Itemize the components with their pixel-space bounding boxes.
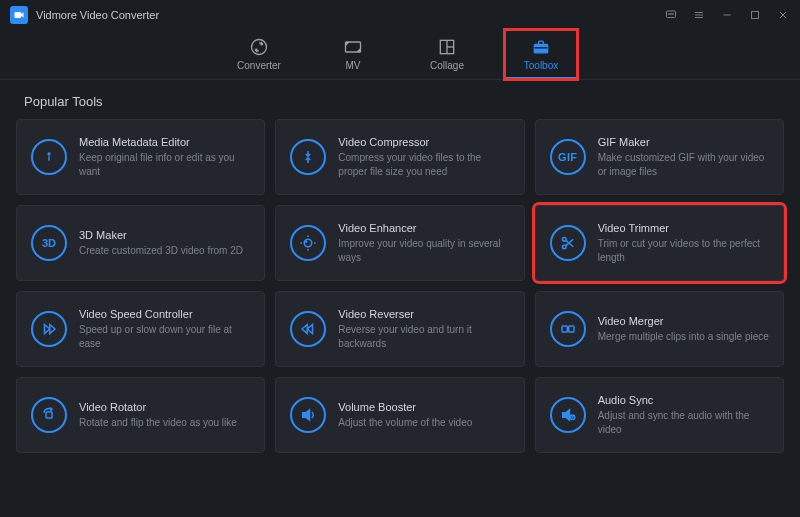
svg-point-12 — [252, 39, 267, 54]
volume-icon — [290, 397, 326, 433]
tool-desc: Make customized GIF with your video or i… — [598, 151, 769, 178]
tool-desc: Keep original file info or edit as you w… — [79, 151, 250, 178]
tool-3d-maker[interactable]: 3D 3D Maker Create customized 3D video f… — [16, 205, 265, 281]
collage-icon — [437, 37, 457, 57]
tool-media-metadata-editor[interactable]: Media Metadata Editor Keep original file… — [16, 119, 265, 195]
svg-rect-28 — [568, 326, 573, 332]
maximize-icon[interactable] — [748, 8, 762, 22]
app-title: Vidmore Video Converter — [36, 9, 159, 21]
tool-gif-maker[interactable]: GIF GIF Maker Make customized GIF with y… — [535, 119, 784, 195]
svg-point-22 — [305, 241, 307, 243]
tool-video-speed-controller[interactable]: Video Speed Controller Speed up or slow … — [16, 291, 265, 367]
merge-icon — [550, 311, 586, 347]
logo-icon — [13, 9, 25, 21]
tab-label: Toolbox — [524, 60, 558, 71]
compress-icon — [290, 139, 326, 175]
tool-video-rotator[interactable]: Video Rotator Rotate and flip the video … — [16, 377, 265, 453]
svg-point-4 — [673, 14, 674, 15]
tool-desc: Reverse your video and turn it backwards — [338, 323, 509, 350]
feedback-icon[interactable] — [664, 8, 678, 22]
tool-video-merger[interactable]: Video Merger Merge multiple clips into a… — [535, 291, 784, 367]
svg-point-23 — [562, 237, 566, 241]
tool-title: Video Enhancer — [338, 222, 509, 234]
tool-title: GIF Maker — [598, 136, 769, 148]
tool-title: Video Speed Controller — [79, 308, 250, 320]
tool-title: Video Merger — [598, 315, 769, 327]
tool-volume-booster[interactable]: Volume Booster Adjust the volume of the … — [275, 377, 524, 453]
svg-point-3 — [671, 14, 672, 15]
enhance-icon — [290, 225, 326, 261]
info-icon — [31, 139, 67, 175]
tool-video-reverser[interactable]: Video Reverser Reverse your video and tu… — [275, 291, 524, 367]
converter-icon — [249, 37, 269, 57]
window-controls — [664, 8, 790, 22]
tool-title: 3D Maker — [79, 229, 243, 241]
main-tabs: Converter MV Collage Toolbox — [0, 30, 800, 80]
tab-label: Converter — [237, 60, 281, 71]
tab-label: Collage — [430, 60, 464, 71]
tab-toolbox[interactable]: Toolbox — [505, 30, 577, 79]
tool-desc: Merge multiple clips into a single piece — [598, 330, 769, 344]
app-logo — [10, 6, 28, 24]
gif-icon: GIF — [550, 139, 586, 175]
tool-audio-sync[interactable]: Audio Sync Adjust and sync the audio wit… — [535, 377, 784, 453]
tool-title: Media Metadata Editor — [79, 136, 250, 148]
tool-desc: Adjust the volume of the video — [338, 416, 472, 430]
tab-label: MV — [346, 60, 361, 71]
audio-sync-icon — [550, 397, 586, 433]
tool-title: Video Trimmer — [598, 222, 769, 234]
tool-desc: Trim or cut your videos to the perfect l… — [598, 237, 769, 264]
section-heading: Popular Tools — [0, 80, 800, 119]
tool-desc: Create customized 3D video from 2D — [79, 244, 243, 258]
svg-rect-0 — [15, 12, 22, 18]
svg-rect-30 — [46, 412, 52, 418]
svg-rect-9 — [752, 12, 759, 19]
tool-desc: Improve your video quality in several wa… — [338, 237, 509, 264]
tab-collage[interactable]: Collage — [411, 30, 483, 79]
tool-video-compressor[interactable]: Video Compressor Compress your video fil… — [275, 119, 524, 195]
toolbox-icon — [531, 37, 551, 57]
close-icon[interactable] — [776, 8, 790, 22]
svg-point-2 — [669, 14, 670, 15]
tool-video-trimmer[interactable]: Video Trimmer Trim or cut your videos to… — [535, 205, 784, 281]
tab-converter[interactable]: Converter — [223, 30, 295, 79]
tool-desc: Compress your video files to the proper … — [338, 151, 509, 178]
tool-title: Volume Booster — [338, 401, 472, 413]
scissors-icon — [550, 225, 586, 261]
reverse-icon — [290, 311, 326, 347]
svg-point-24 — [562, 245, 566, 249]
tools-grid: Media Metadata Editor Keep original file… — [0, 119, 800, 467]
svg-rect-27 — [562, 326, 567, 332]
tool-desc: Speed up or slow down your file at ease — [79, 323, 250, 350]
three-d-icon: 3D — [31, 225, 67, 261]
tool-title: Audio Sync — [598, 394, 769, 406]
rotate-icon — [31, 397, 67, 433]
tool-title: Video Reverser — [338, 308, 509, 320]
mv-icon — [343, 37, 363, 57]
tool-desc: Adjust and sync the audio with the video — [598, 409, 769, 436]
svg-rect-17 — [534, 44, 547, 52]
minimize-icon[interactable] — [720, 8, 734, 22]
svg-point-19 — [48, 153, 50, 155]
tab-mv[interactable]: MV — [317, 30, 389, 79]
tool-video-enhancer[interactable]: Video Enhancer Improve your video qualit… — [275, 205, 524, 281]
svg-line-25 — [565, 240, 573, 246]
speed-icon — [31, 311, 67, 347]
tool-title: Video Rotator — [79, 401, 237, 413]
tool-desc: Rotate and flip the video as you like — [79, 416, 237, 430]
tool-title: Video Compressor — [338, 136, 509, 148]
menu-icon[interactable] — [692, 8, 706, 22]
titlebar: Vidmore Video Converter — [0, 0, 800, 30]
svg-line-26 — [565, 239, 573, 245]
